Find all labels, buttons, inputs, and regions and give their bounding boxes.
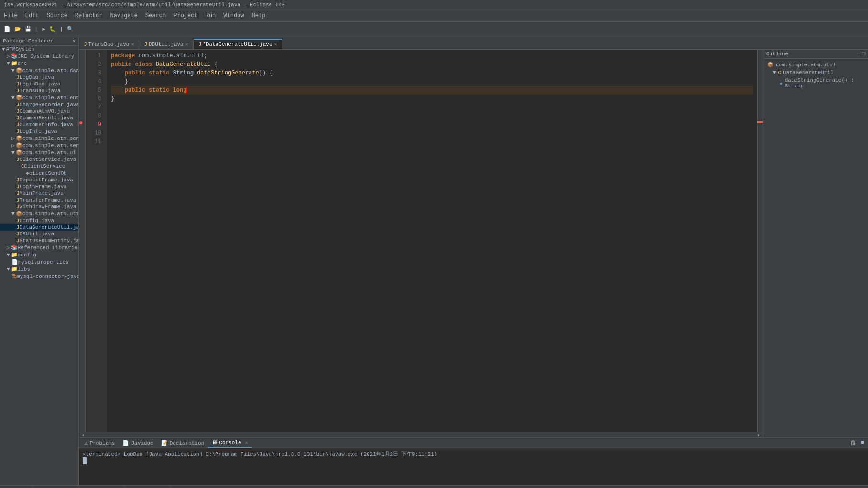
scroll-left-btn[interactable]: ◀ — [81, 432, 84, 438]
tree-atmsystem[interactable]: ▼ ATMSystem — [0, 46, 78, 53]
tree-mysql-properties[interactable]: 📄 mysql.properties — [0, 258, 78, 265]
menu-run[interactable]: Run — [202, 11, 220, 21]
code-editor[interactable]: ● 1 2 3 4 5 6 7 8 9 10 11 — [79, 50, 763, 437]
tree-src[interactable]: ▼ 📁 src — [0, 60, 78, 67]
toolbar-run[interactable]: ▶ — [41, 25, 48, 33]
menu-refactor[interactable]: Refactor — [71, 11, 107, 21]
menu-file[interactable]: File — [0, 11, 22, 21]
gutter-6 — [79, 93, 85, 101]
folder-icon: 📁 — [11, 60, 18, 66]
tree-referenced-libraries[interactable]: ▷ 📚 Referenced Libraries — [0, 244, 78, 251]
package-explorer-tree[interactable]: ▼ ATMSystem ▷ 📚 JRE System Library [Java… — [0, 46, 78, 485]
tab-close-transdao[interactable]: ✕ — [131, 42, 134, 47]
menu-navigate[interactable]: Navigate — [106, 11, 141, 21]
tree-label: libs — [18, 266, 30, 272]
tree-config[interactable]: J Config.java — [0, 217, 78, 224]
expand-icon: ▼ — [7, 266, 10, 272]
tree-label: MainFrame.java — [20, 191, 64, 196]
tree-serve-pkg[interactable]: ▷ 📦 com.simple.atm.serve — [0, 135, 78, 142]
outline-method[interactable]: ◆ dateStringGenerate() : String — [765, 76, 866, 90]
tree-ui-pkg[interactable]: ▼ 📦 com.simple.atm.ui — [0, 149, 78, 156]
menu-source[interactable]: Source — [43, 11, 71, 21]
tree-mainframe[interactable]: J MainFrame.java — [0, 190, 78, 197]
bottom-tab-problems[interactable]: ⚠ Problems — [81, 438, 119, 447]
menu-search[interactable]: Search — [141, 11, 170, 21]
tree-label: ClientService — [24, 163, 65, 169]
outline-minimize[interactable]: — — [857, 51, 860, 57]
tree-mysql-connector[interactable]: 🗜 mysql-connector-java — [0, 273, 78, 280]
tree-label: TransferFrame.java — [20, 197, 76, 203]
tree-statusenumentity[interactable]: J StatusEnumEntity.java — [0, 237, 78, 244]
tab-close-datagenerateutil[interactable]: ✕ — [274, 42, 277, 47]
tab-transdao[interactable]: J TransDao.java ✕ — [79, 40, 139, 49]
expand-icon: ▷ — [7, 53, 10, 59]
outline-pkg[interactable]: 📦 com.simple.atm.util — [765, 61, 866, 69]
status-bar: Writable Smart Insert 9 : 24 : 145 165M … — [0, 485, 868, 488]
menu-window[interactable]: Window — [219, 11, 248, 21]
tab-datagenerateutil[interactable]: J *DataGenerateUtil.java ✕ — [194, 39, 282, 49]
tree-servic-pkg[interactable]: ▷ 📦 com.simple.atm.servic — [0, 142, 78, 149]
class-icon: J — [16, 204, 20, 210]
tree-dbutil[interactable]: J DBUtil.java — [0, 231, 78, 237]
toolbar-search[interactable]: 🔍 — [65, 25, 76, 33]
tree-config-folder[interactable]: ▼ 📁 config — [0, 251, 78, 258]
bottom-tab-javadoc[interactable]: 📄 Javadoc — [119, 438, 157, 447]
library-icon: 📚 — [11, 244, 18, 251]
gutter-1 — [79, 50, 85, 58]
tree-depositframe[interactable]: J DepositFrame.java — [0, 177, 78, 183]
tree-label: com.simple.atm.entity — [22, 95, 78, 101]
tree-util-pkg[interactable]: ▼ 📦 com.simple.atm.util — [0, 210, 78, 217]
horizontal-scrollbar[interactable]: ◀ ▶ — [79, 432, 763, 437]
code-line-5: public static String dateStringGenerate(… — [111, 69, 753, 77]
tree-datagenerateutil[interactable]: J DataGenerateUtil.java — [0, 224, 78, 231]
tree-loginfo[interactable]: J LogInfo.java — [0, 128, 78, 135]
tree-dao-pkg[interactable]: ▼ 📦 com.simple.atm.dao — [0, 67, 78, 74]
tab-icon: J — [84, 42, 87, 47]
tree-transdao[interactable]: J TransDao.java — [0, 87, 78, 94]
tree-label: com.simple.atm.servic — [22, 143, 78, 149]
tree-jre[interactable]: ▷ 📚 JRE System Library [JavaS — [0, 53, 78, 60]
menu-help[interactable]: Help — [248, 11, 270, 21]
console-clear-btn[interactable]: 🗑 — [848, 438, 858, 447]
tree-logindao[interactable]: J LoginDao.java — [0, 81, 78, 87]
tree-withdrawframe[interactable]: J WithdrawFrame.java — [0, 203, 78, 210]
tree-entity-pkg[interactable]: ▼ 📦 com.simple.atm.entity — [0, 94, 78, 101]
tree-clientservice[interactable]: J ClientService.java — [0, 156, 78, 163]
tree-loginframe[interactable]: J LoginFrame.java — [0, 183, 78, 190]
scroll-indicator[interactable] — [757, 50, 763, 432]
bottom-tab-declaration[interactable]: 📝 Declaration — [157, 438, 208, 447]
toolbar-save[interactable]: 💾 — [23, 25, 33, 33]
tree-commonatmvo[interactable]: J CommonAtmVO.java — [0, 108, 78, 115]
scroll-right-btn[interactable]: ▶ — [758, 432, 760, 438]
code-content[interactable]: package com.simple.atm.util; public clas… — [107, 50, 757, 432]
toolbar-open[interactable]: 📂 — [12, 25, 23, 33]
menu-edit[interactable]: Edit — [22, 11, 43, 21]
tab-close-dbutil[interactable]: ✕ — [185, 42, 188, 47]
tree-commonresult[interactable]: J CommonResult.java — [0, 115, 78, 121]
outline-class[interactable]: ▼ C DataGenerateUtil — [765, 69, 866, 76]
tab-close-console[interactable]: ✕ — [245, 440, 248, 446]
tab-dbutil[interactable]: J DBUtil.java ✕ — [139, 40, 193, 49]
tree-chargerecorder[interactable]: J ChargeRecorder.java — [0, 101, 78, 108]
tree-clientsendob[interactable]: ◆ clientSendOb — [0, 170, 78, 177]
console-text: <terminated> LogDao [Java Application] C… — [83, 451, 437, 457]
toolbar-debug[interactable]: 🐛 — [47, 25, 58, 33]
expand-icon: ▷ — [11, 135, 15, 141]
toolbar-new[interactable]: 📄 — [2, 25, 12, 33]
tab-label: Declaration — [170, 440, 205, 446]
outline-maximize[interactable]: □ — [862, 51, 865, 57]
tree-label: DBUtil.java — [20, 231, 54, 237]
menu-project[interactable]: Project — [170, 11, 201, 21]
tree-clientservice-inner[interactable]: C ClientService — [0, 163, 78, 170]
tree-label: CommonResult.java — [20, 115, 73, 121]
package-explorer-close[interactable]: ✕ — [72, 38, 76, 44]
tree-logdao[interactable]: J LogDao.java — [0, 74, 78, 81]
console-stop-btn[interactable]: ■ — [859, 438, 866, 447]
bottom-tab-console[interactable]: 🖥 Console ✕ — [208, 438, 251, 448]
tree-label: LogInfo.java — [20, 128, 57, 134]
line-num-1: 1 — [86, 52, 103, 60]
class-icon: J — [16, 191, 20, 196]
tree-libs[interactable]: ▼ 📁 libs — [0, 265, 78, 273]
tree-transferframe[interactable]: J TransferFrame.java — [0, 197, 78, 203]
tree-customerinfo[interactable]: J CustomerInfo.java — [0, 121, 78, 128]
